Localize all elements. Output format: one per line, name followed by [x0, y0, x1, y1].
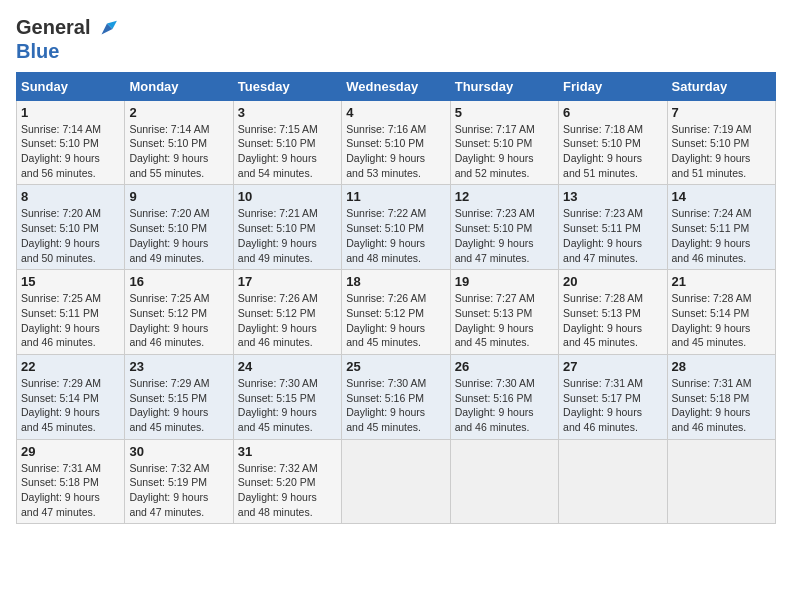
day-number: 9	[129, 189, 228, 204]
calendar-cell: 1Sunrise: 7:14 AM Sunset: 5:10 PM Daylig…	[17, 100, 125, 185]
day-info: Sunrise: 7:23 AM Sunset: 5:11 PM Dayligh…	[563, 206, 662, 265]
logo-blue: Blue	[16, 40, 118, 62]
day-number: 15	[21, 274, 120, 289]
day-number: 17	[238, 274, 337, 289]
logo-general: General	[16, 16, 90, 38]
calendar-cell: 30Sunrise: 7:32 AM Sunset: 5:19 PM Dayli…	[125, 439, 233, 524]
day-number: 28	[672, 359, 771, 374]
logo-bird-icon	[96, 18, 118, 40]
weekday-header-wednesday: Wednesday	[342, 72, 450, 100]
day-info: Sunrise: 7:28 AM Sunset: 5:14 PM Dayligh…	[672, 291, 771, 350]
day-info: Sunrise: 7:20 AM Sunset: 5:10 PM Dayligh…	[21, 206, 120, 265]
calendar-cell: 5Sunrise: 7:17 AM Sunset: 5:10 PM Daylig…	[450, 100, 558, 185]
day-info: Sunrise: 7:18 AM Sunset: 5:10 PM Dayligh…	[563, 122, 662, 181]
day-info: Sunrise: 7:17 AM Sunset: 5:10 PM Dayligh…	[455, 122, 554, 181]
calendar-week-row: 1Sunrise: 7:14 AM Sunset: 5:10 PM Daylig…	[17, 100, 776, 185]
calendar-cell: 13Sunrise: 7:23 AM Sunset: 5:11 PM Dayli…	[559, 185, 667, 270]
day-number: 26	[455, 359, 554, 374]
calendar-cell: 27Sunrise: 7:31 AM Sunset: 5:17 PM Dayli…	[559, 354, 667, 439]
day-info: Sunrise: 7:22 AM Sunset: 5:10 PM Dayligh…	[346, 206, 445, 265]
day-info: Sunrise: 7:30 AM Sunset: 5:16 PM Dayligh…	[455, 376, 554, 435]
day-number: 16	[129, 274, 228, 289]
calendar-cell	[559, 439, 667, 524]
calendar-week-row: 15Sunrise: 7:25 AM Sunset: 5:11 PM Dayli…	[17, 270, 776, 355]
weekday-header-row: SundayMondayTuesdayWednesdayThursdayFrid…	[17, 72, 776, 100]
day-number: 29	[21, 444, 120, 459]
calendar-cell	[342, 439, 450, 524]
calendar-cell: 16Sunrise: 7:25 AM Sunset: 5:12 PM Dayli…	[125, 270, 233, 355]
calendar-cell: 7Sunrise: 7:19 AM Sunset: 5:10 PM Daylig…	[667, 100, 775, 185]
day-number: 11	[346, 189, 445, 204]
day-number: 25	[346, 359, 445, 374]
day-info: Sunrise: 7:29 AM Sunset: 5:14 PM Dayligh…	[21, 376, 120, 435]
day-number: 6	[563, 105, 662, 120]
day-info: Sunrise: 7:14 AM Sunset: 5:10 PM Dayligh…	[21, 122, 120, 181]
day-number: 10	[238, 189, 337, 204]
day-number: 20	[563, 274, 662, 289]
calendar-cell: 10Sunrise: 7:21 AM Sunset: 5:10 PM Dayli…	[233, 185, 341, 270]
day-number: 12	[455, 189, 554, 204]
day-info: Sunrise: 7:32 AM Sunset: 5:19 PM Dayligh…	[129, 461, 228, 520]
calendar-cell: 3Sunrise: 7:15 AM Sunset: 5:10 PM Daylig…	[233, 100, 341, 185]
day-number: 1	[21, 105, 120, 120]
day-number: 8	[21, 189, 120, 204]
day-info: Sunrise: 7:26 AM Sunset: 5:12 PM Dayligh…	[346, 291, 445, 350]
day-info: Sunrise: 7:25 AM Sunset: 5:12 PM Dayligh…	[129, 291, 228, 350]
calendar-cell: 31Sunrise: 7:32 AM Sunset: 5:20 PM Dayli…	[233, 439, 341, 524]
day-number: 27	[563, 359, 662, 374]
day-number: 18	[346, 274, 445, 289]
day-number: 7	[672, 105, 771, 120]
calendar-cell: 22Sunrise: 7:29 AM Sunset: 5:14 PM Dayli…	[17, 354, 125, 439]
calendar-cell: 4Sunrise: 7:16 AM Sunset: 5:10 PM Daylig…	[342, 100, 450, 185]
calendar-week-row: 29Sunrise: 7:31 AM Sunset: 5:18 PM Dayli…	[17, 439, 776, 524]
day-info: Sunrise: 7:24 AM Sunset: 5:11 PM Dayligh…	[672, 206, 771, 265]
weekday-header-saturday: Saturday	[667, 72, 775, 100]
calendar-cell: 21Sunrise: 7:28 AM Sunset: 5:14 PM Dayli…	[667, 270, 775, 355]
day-number: 23	[129, 359, 228, 374]
calendar-table: SundayMondayTuesdayWednesdayThursdayFrid…	[16, 72, 776, 525]
weekday-header-sunday: Sunday	[17, 72, 125, 100]
day-number: 30	[129, 444, 228, 459]
day-info: Sunrise: 7:32 AM Sunset: 5:20 PM Dayligh…	[238, 461, 337, 520]
day-info: Sunrise: 7:16 AM Sunset: 5:10 PM Dayligh…	[346, 122, 445, 181]
day-info: Sunrise: 7:31 AM Sunset: 5:18 PM Dayligh…	[21, 461, 120, 520]
calendar-cell: 11Sunrise: 7:22 AM Sunset: 5:10 PM Dayli…	[342, 185, 450, 270]
calendar-cell: 12Sunrise: 7:23 AM Sunset: 5:10 PM Dayli…	[450, 185, 558, 270]
day-info: Sunrise: 7:31 AM Sunset: 5:17 PM Dayligh…	[563, 376, 662, 435]
day-info: Sunrise: 7:14 AM Sunset: 5:10 PM Dayligh…	[129, 122, 228, 181]
day-info: Sunrise: 7:28 AM Sunset: 5:13 PM Dayligh…	[563, 291, 662, 350]
day-number: 5	[455, 105, 554, 120]
calendar-cell: 28Sunrise: 7:31 AM Sunset: 5:18 PM Dayli…	[667, 354, 775, 439]
day-number: 31	[238, 444, 337, 459]
day-number: 22	[21, 359, 120, 374]
day-info: Sunrise: 7:30 AM Sunset: 5:15 PM Dayligh…	[238, 376, 337, 435]
day-number: 13	[563, 189, 662, 204]
calendar-cell: 20Sunrise: 7:28 AM Sunset: 5:13 PM Dayli…	[559, 270, 667, 355]
calendar-cell: 6Sunrise: 7:18 AM Sunset: 5:10 PM Daylig…	[559, 100, 667, 185]
calendar-cell: 9Sunrise: 7:20 AM Sunset: 5:10 PM Daylig…	[125, 185, 233, 270]
calendar-week-row: 8Sunrise: 7:20 AM Sunset: 5:10 PM Daylig…	[17, 185, 776, 270]
calendar-cell: 14Sunrise: 7:24 AM Sunset: 5:11 PM Dayli…	[667, 185, 775, 270]
calendar-cell: 19Sunrise: 7:27 AM Sunset: 5:13 PM Dayli…	[450, 270, 558, 355]
day-info: Sunrise: 7:26 AM Sunset: 5:12 PM Dayligh…	[238, 291, 337, 350]
day-info: Sunrise: 7:23 AM Sunset: 5:10 PM Dayligh…	[455, 206, 554, 265]
day-number: 14	[672, 189, 771, 204]
calendar-cell	[450, 439, 558, 524]
day-info: Sunrise: 7:29 AM Sunset: 5:15 PM Dayligh…	[129, 376, 228, 435]
day-number: 3	[238, 105, 337, 120]
calendar-cell: 24Sunrise: 7:30 AM Sunset: 5:15 PM Dayli…	[233, 354, 341, 439]
calendar-cell: 26Sunrise: 7:30 AM Sunset: 5:16 PM Dayli…	[450, 354, 558, 439]
logo: General Blue	[16, 16, 118, 62]
weekday-header-monday: Monday	[125, 72, 233, 100]
day-info: Sunrise: 7:25 AM Sunset: 5:11 PM Dayligh…	[21, 291, 120, 350]
calendar-cell: 17Sunrise: 7:26 AM Sunset: 5:12 PM Dayli…	[233, 270, 341, 355]
weekday-header-thursday: Thursday	[450, 72, 558, 100]
day-number: 24	[238, 359, 337, 374]
calendar-cell: 23Sunrise: 7:29 AM Sunset: 5:15 PM Dayli…	[125, 354, 233, 439]
day-info: Sunrise: 7:31 AM Sunset: 5:18 PM Dayligh…	[672, 376, 771, 435]
page-header: General Blue	[16, 16, 776, 62]
day-number: 4	[346, 105, 445, 120]
calendar-cell	[667, 439, 775, 524]
day-number: 2	[129, 105, 228, 120]
day-number: 19	[455, 274, 554, 289]
